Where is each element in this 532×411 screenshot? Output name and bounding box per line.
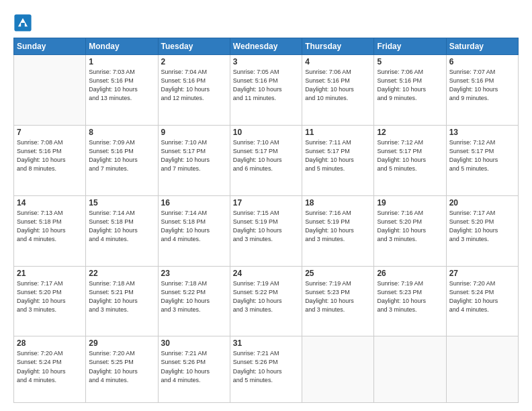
calendar-cell: 28Sunrise: 7:20 AM Sunset: 5:24 PM Dayli…: [14, 336, 86, 403]
cell-day-number: 31: [233, 338, 299, 348]
weekday-header-monday: Monday: [86, 38, 158, 55]
calendar-cell: [446, 336, 518, 403]
calendar-cell: 25Sunrise: 7:19 AM Sunset: 5:23 PM Dayli…: [302, 266, 374, 336]
calendar-cell: 2Sunrise: 7:04 AM Sunset: 5:16 PM Daylig…: [158, 55, 230, 126]
calendar-cell: 11Sunrise: 7:11 AM Sunset: 5:17 PM Dayli…: [302, 125, 374, 195]
cell-day-number: 19: [377, 198, 443, 208]
weekday-header-thursday: Thursday: [302, 38, 374, 55]
cell-info: Sunrise: 7:09 AM Sunset: 5:16 PM Dayligh…: [89, 138, 154, 173]
cell-day-number: 13: [449, 128, 515, 137]
calendar-cell: [14, 55, 86, 126]
calendar-cell: 13Sunrise: 7:12 AM Sunset: 5:17 PM Dayli…: [446, 125, 518, 195]
cell-day-number: 26: [377, 269, 443, 278]
weekday-header-wednesday: Wednesday: [230, 38, 302, 55]
cell-day-number: 25: [305, 269, 371, 278]
cell-info: Sunrise: 7:14 AM Sunset: 5:18 PM Dayligh…: [161, 209, 227, 244]
cell-day-number: 16: [161, 198, 227, 208]
calendar-cell: 8Sunrise: 7:09 AM Sunset: 5:16 PM Daylig…: [86, 125, 158, 195]
calendar-cell: 10Sunrise: 7:10 AM Sunset: 5:17 PM Dayli…: [230, 125, 302, 195]
cell-day-number: 8: [89, 128, 154, 137]
cell-info: Sunrise: 7:20 AM Sunset: 5:24 PM Dayligh…: [449, 279, 515, 314]
cell-day-number: 11: [305, 128, 371, 137]
calendar-cell: 1Sunrise: 7:03 AM Sunset: 5:16 PM Daylig…: [86, 55, 158, 126]
cell-info: Sunrise: 7:07 AM Sunset: 5:16 PM Dayligh…: [449, 68, 515, 103]
cell-info: Sunrise: 7:14 AM Sunset: 5:18 PM Dayligh…: [89, 209, 154, 244]
calendar-cell: 14Sunrise: 7:13 AM Sunset: 5:18 PM Dayli…: [14, 195, 86, 266]
calendar-cell: 16Sunrise: 7:14 AM Sunset: 5:18 PM Dayli…: [158, 195, 230, 266]
cell-info: Sunrise: 7:19 AM Sunset: 5:23 PM Dayligh…: [377, 279, 443, 314]
calendar-cell: 6Sunrise: 7:07 AM Sunset: 5:16 PM Daylig…: [446, 55, 518, 126]
cell-info: Sunrise: 7:19 AM Sunset: 5:22 PM Dayligh…: [233, 279, 299, 314]
cell-day-number: 23: [161, 269, 227, 278]
cell-info: Sunrise: 7:17 AM Sunset: 5:20 PM Dayligh…: [449, 209, 515, 244]
calendar-cell: [374, 336, 446, 403]
cell-info: Sunrise: 7:04 AM Sunset: 5:16 PM Dayligh…: [161, 68, 227, 103]
calendar-cell: 23Sunrise: 7:18 AM Sunset: 5:22 PM Dayli…: [158, 266, 230, 336]
cell-info: Sunrise: 7:16 AM Sunset: 5:20 PM Dayligh…: [377, 209, 443, 244]
cell-day-number: 15: [89, 198, 154, 208]
cell-day-number: 17: [233, 198, 299, 208]
weekday-header-row: SundayMondayTuesdayWednesdayThursdayFrid…: [14, 38, 519, 55]
weekday-header-friday: Friday: [374, 38, 446, 55]
logo-icon: [13, 13, 32, 32]
calendar-cell: 17Sunrise: 7:15 AM Sunset: 5:19 PM Dayli…: [230, 195, 302, 266]
cell-day-number: 24: [233, 269, 299, 278]
cell-info: Sunrise: 7:20 AM Sunset: 5:25 PM Dayligh…: [89, 349, 154, 384]
calendar-cell: 19Sunrise: 7:16 AM Sunset: 5:20 PM Dayli…: [374, 195, 446, 266]
cell-day-number: 1: [89, 57, 154, 66]
header: [13, 11, 519, 32]
calendar-cell: 29Sunrise: 7:20 AM Sunset: 5:25 PM Dayli…: [86, 336, 158, 403]
cell-day-number: 28: [17, 338, 83, 348]
cell-info: Sunrise: 7:15 AM Sunset: 5:19 PM Dayligh…: [233, 209, 299, 244]
cell-info: Sunrise: 7:21 AM Sunset: 5:26 PM Dayligh…: [161, 349, 227, 384]
calendar-cell: 9Sunrise: 7:10 AM Sunset: 5:17 PM Daylig…: [158, 125, 230, 195]
cell-day-number: 30: [161, 338, 227, 348]
svg-rect-2: [21, 23, 25, 28]
weekday-header-saturday: Saturday: [446, 38, 518, 55]
calendar-cell: 12Sunrise: 7:12 AM Sunset: 5:17 PM Dayli…: [374, 125, 446, 195]
cell-info: Sunrise: 7:21 AM Sunset: 5:26 PM Dayligh…: [233, 349, 299, 384]
calendar-cell: 5Sunrise: 7:06 AM Sunset: 5:16 PM Daylig…: [374, 55, 446, 126]
calendar-cell: [302, 336, 374, 403]
cell-info: Sunrise: 7:06 AM Sunset: 5:16 PM Dayligh…: [377, 68, 443, 103]
logo: [13, 13, 35, 32]
cell-day-number: 5: [377, 57, 443, 66]
cell-info: Sunrise: 7:18 AM Sunset: 5:21 PM Dayligh…: [89, 279, 154, 314]
cell-info: Sunrise: 7:10 AM Sunset: 5:17 PM Dayligh…: [161, 138, 227, 173]
cell-info: Sunrise: 7:11 AM Sunset: 5:17 PM Dayligh…: [305, 138, 371, 173]
cell-day-number: 3: [233, 57, 299, 66]
cell-day-number: 22: [89, 269, 154, 278]
week-row-0: 1Sunrise: 7:03 AM Sunset: 5:16 PM Daylig…: [14, 55, 519, 126]
cell-info: Sunrise: 7:18 AM Sunset: 5:22 PM Dayligh…: [161, 279, 227, 314]
cell-day-number: 6: [449, 57, 515, 66]
cell-info: Sunrise: 7:19 AM Sunset: 5:23 PM Dayligh…: [305, 279, 371, 314]
cell-day-number: 18: [305, 198, 371, 208]
cell-info: Sunrise: 7:10 AM Sunset: 5:17 PM Dayligh…: [233, 138, 299, 173]
week-row-3: 21Sunrise: 7:17 AM Sunset: 5:20 PM Dayli…: [14, 266, 519, 336]
calendar-cell: 3Sunrise: 7:05 AM Sunset: 5:16 PM Daylig…: [230, 55, 302, 126]
calendar-cell: 4Sunrise: 7:06 AM Sunset: 5:16 PM Daylig…: [302, 55, 374, 126]
cell-day-number: 2: [161, 57, 227, 66]
calendar-cell: 18Sunrise: 7:16 AM Sunset: 5:19 PM Dayli…: [302, 195, 374, 266]
cell-info: Sunrise: 7:12 AM Sunset: 5:17 PM Dayligh…: [449, 138, 515, 173]
weekday-header-sunday: Sunday: [14, 38, 86, 55]
calendar-cell: 24Sunrise: 7:19 AM Sunset: 5:22 PM Dayli…: [230, 266, 302, 336]
cell-day-number: 10: [233, 128, 299, 137]
calendar-cell: 31Sunrise: 7:21 AM Sunset: 5:26 PM Dayli…: [230, 336, 302, 403]
calendar-cell: 7Sunrise: 7:08 AM Sunset: 5:16 PM Daylig…: [14, 125, 86, 195]
calendar-cell: 15Sunrise: 7:14 AM Sunset: 5:18 PM Dayli…: [86, 195, 158, 266]
cell-info: Sunrise: 7:06 AM Sunset: 5:16 PM Dayligh…: [305, 68, 371, 103]
cell-info: Sunrise: 7:12 AM Sunset: 5:17 PM Dayligh…: [377, 138, 443, 173]
calendar-cell: 30Sunrise: 7:21 AM Sunset: 5:26 PM Dayli…: [158, 336, 230, 403]
cell-day-number: 21: [17, 269, 83, 278]
cell-day-number: 7: [17, 128, 83, 137]
cell-day-number: 12: [377, 128, 443, 137]
cell-day-number: 4: [305, 57, 371, 66]
cell-info: Sunrise: 7:16 AM Sunset: 5:19 PM Dayligh…: [305, 209, 371, 244]
cell-day-number: 9: [161, 128, 227, 137]
week-row-1: 7Sunrise: 7:08 AM Sunset: 5:16 PM Daylig…: [14, 125, 519, 195]
cell-day-number: 27: [449, 269, 515, 278]
week-row-2: 14Sunrise: 7:13 AM Sunset: 5:18 PM Dayli…: [14, 195, 519, 266]
cell-info: Sunrise: 7:03 AM Sunset: 5:16 PM Dayligh…: [89, 68, 154, 103]
calendar-table: SundayMondayTuesdayWednesdayThursdayFrid…: [13, 38, 519, 403]
